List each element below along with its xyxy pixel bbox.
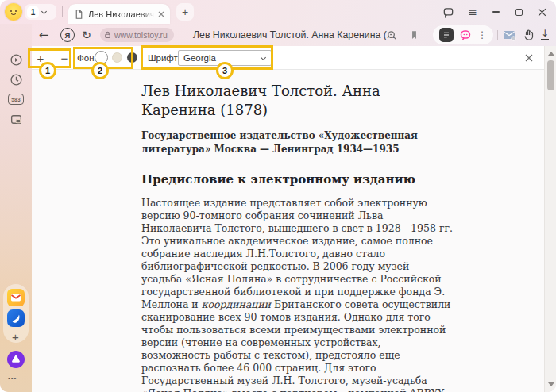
avatar-face-icon bbox=[5, 3, 22, 21]
tab-count-value: 1 bbox=[27, 6, 39, 18]
yandex-home-button[interactable]: Я bbox=[60, 28, 75, 42]
scrollbar-thumb[interactable] bbox=[547, 60, 554, 90]
sidebar-overflow-icon[interactable]: ••• bbox=[8, 375, 17, 382]
maximize-button[interactable] bbox=[511, 4, 527, 20]
download-icon[interactable]: ↓ bbox=[539, 29, 551, 41]
paragraph-segment: Британского совета осуществили сканирова… bbox=[141, 298, 450, 392]
article-heading: Предисловие к электронному изданию bbox=[141, 172, 453, 187]
paragraph-segment: Настоящее издание представляет собой эле… bbox=[141, 197, 453, 310]
divider bbox=[497, 30, 498, 40]
active-tab[interactable]: Лев Николаевич Толс bbox=[68, 4, 170, 24]
sidebar: 583 + ••• bbox=[0, 24, 32, 392]
tab-title: Лев Николаевич Толс bbox=[88, 10, 154, 19]
close-icon bbox=[525, 54, 533, 62]
reader-close-button[interactable] bbox=[523, 52, 535, 64]
minimize-button[interactable] bbox=[488, 4, 504, 20]
address-bar[interactable]: www.tolstoy.ru bbox=[100, 28, 174, 42]
minimize-icon bbox=[492, 11, 500, 13]
browser-window: 1 Лев Николаевич Толс + ≡ bbox=[0, 0, 556, 392]
menu-icon[interactable]: ≡ bbox=[465, 4, 481, 20]
zoom-search-icon[interactable] bbox=[384, 28, 399, 42]
close-icon bbox=[538, 8, 546, 17]
history-icon[interactable] bbox=[10, 73, 23, 86]
article-paragraph: Настоящее издание представляет собой эле… bbox=[141, 197, 453, 392]
window-close-button[interactable] bbox=[534, 4, 550, 20]
alice-chat-icon[interactable] bbox=[459, 29, 472, 41]
video-icon[interactable] bbox=[10, 53, 23, 67]
scroll-down-icon[interactable] bbox=[548, 382, 554, 386]
annotation-step-1: 1 bbox=[39, 62, 56, 79]
reader-view: + − Фон Шрифт Georgia Лев Николаевич Тол… bbox=[32, 46, 544, 392]
navigation-bar: ← Я ↻ www.tolstoy.ru Лев Николаевич Толс… bbox=[0, 24, 556, 46]
add-app-icon[interactable]: + bbox=[9, 330, 22, 344]
new-tab-button[interactable]: + bbox=[176, 3, 194, 21]
reload-icon[interactable]: ↻ bbox=[79, 28, 94, 42]
lock-icon bbox=[103, 30, 112, 40]
tab-counter[interactable]: 1 bbox=[25, 4, 56, 20]
alice-assistant-icon[interactable] bbox=[7, 351, 25, 368]
back-icon[interactable]: ← bbox=[37, 28, 51, 42]
counter-badge[interactable]: 583 bbox=[8, 94, 24, 105]
tab-strip: 1 Лев Николаевич Толс + ≡ bbox=[0, 0, 556, 24]
article: Лев Николаевич Толстой. Анна Каренина (1… bbox=[141, 70, 453, 392]
annotation-step-2: 2 bbox=[91, 62, 109, 79]
screen-share-icon[interactable] bbox=[10, 113, 23, 126]
bookmark-icon[interactable] bbox=[407, 28, 421, 42]
annotation-step-3: 3 bbox=[216, 62, 234, 79]
scroll-up-icon[interactable] bbox=[548, 52, 554, 56]
profile-avatar[interactable] bbox=[5, 3, 22, 21]
divider bbox=[62, 6, 63, 17]
article-meta: Государственное издательство «Художестве… bbox=[141, 129, 453, 156]
yandex-mail-app-icon[interactable] bbox=[7, 289, 25, 306]
page-title: Лев Николаевич Толстой. Анна Каренина (.… bbox=[193, 29, 395, 40]
article-title: Лев Николаевич Толстой. Анна Каренина (1… bbox=[141, 82, 453, 120]
feedback-chat-icon[interactable] bbox=[440, 4, 456, 20]
maximize-icon bbox=[515, 9, 523, 16]
mail-icon[interactable] bbox=[502, 28, 516, 42]
annotation-box-3 bbox=[141, 45, 273, 70]
tab-close-icon[interactable] bbox=[158, 11, 164, 17]
hand-gesture-icon[interactable] bbox=[522, 28, 536, 42]
paragraph-segment-italic: координации bbox=[202, 298, 271, 310]
yandex-disk-app-icon[interactable] bbox=[7, 309, 25, 327]
reader-mode-icon[interactable] bbox=[439, 28, 454, 42]
chevron-down-icon[interactable] bbox=[41, 10, 47, 15]
extensions-pill: ⋮ bbox=[433, 25, 493, 44]
page-icon bbox=[74, 9, 84, 20]
scrollbar[interactable] bbox=[544, 46, 556, 392]
url-text: www.tolstoy.ru bbox=[114, 30, 168, 40]
more-icon[interactable]: ⋮ bbox=[477, 29, 487, 40]
